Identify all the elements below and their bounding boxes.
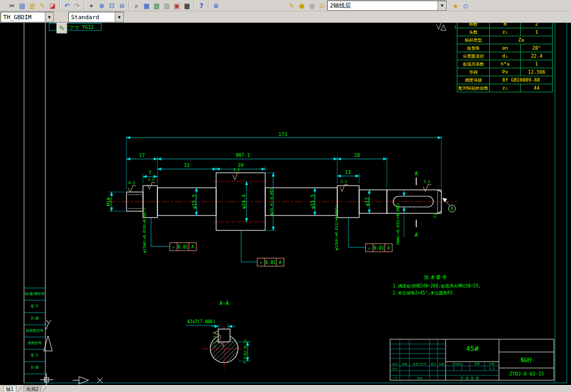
dim-m10: M10 [106,197,112,206]
format-painter-icon[interactable]: ✎ [38,1,47,10]
textstyle-selector[interactable]: Standard ▼ [68,12,124,22]
dimstyle-selector[interactable]: TH_GBDIM ▼ [1,12,54,22]
copy-icon[interactable]: ▤ [18,1,27,10]
param-row: 头数z₁1 [457,28,553,36]
keyway-depth-dim: 7.5(0/-0.1) [243,339,248,364]
gdt-texts: ↗ 0.01 A ↗ 0.01 A ↗ 0.01 A [172,245,390,265]
layer-selector-value: 2轴线层 [328,2,438,10]
section-datum-marks [416,25,456,227]
border-left-labels: 借(通)用件登记签 字日 期旧底图总号底图总号签 字日 期 [25,0,45,392]
layer-move-icon[interactable]: ◈ [451,1,460,10]
dim-dia12: φ12 [364,197,370,206]
tab-separator: ／ [42,386,47,392]
tb-header-sign: 签字 [430,362,438,365]
gdt-value: 0.01 [265,260,275,265]
sheet-icon[interactable]: ▧ [152,1,161,10]
color-circle-icon[interactable]: ● [297,1,306,10]
gdt-symbol: ↗ [260,260,263,265]
key-icon[interactable]: ⊙ [318,1,327,10]
zoom-realtime-icon[interactable]: ⊕ [97,1,106,10]
tb-stage-mark: 阶段标记 [446,362,470,365]
keyway-width-dim: 4Ja7(7.006) [187,319,216,324]
roughness-63: 6.3 [129,181,136,185]
zoom-window-icon[interactable]: ⊡ [107,1,116,10]
toolbar-separator [129,2,130,10]
param-table-body: 模数m2头数z₁1蜗杆类型Za齿形角αn20°分度圆直径d₁22.4齿顶高系数h… [457,20,553,92]
edit-style-button[interactable]: ✎ [57,23,67,34]
layers-stack-icon[interactable]: ≣ [211,1,220,10]
layer-manager-icon[interactable]: ▨ [162,1,171,10]
grid-icon[interactable]: ▩ [183,1,192,10]
undo-icon[interactable]: ↶ [62,1,72,10]
param-row: 齿形角αn20° [457,44,553,52]
tb-header-count: 处数 [400,362,409,365]
zoom-previous-icon[interactable]: ⊖ [117,1,126,10]
material-label: 45# [446,345,498,353]
tb-stage-mass: 质量 [470,362,484,365]
tech-requirement-line: 2.未注倒角2×45°,未注圆角R3. [393,290,455,296]
toolbar-separator [208,2,209,10]
dimension-texts: 173 17 987.1 28 31 29 7 13 M10 φ15.5 φ24… [56,25,470,364]
tb-header-docno: 更改文件号 [410,362,430,365]
find-text-icon[interactable]: ⌕ [132,1,141,10]
gdt-datum: A [192,245,194,250]
gdt-symbol: ↗ [172,245,175,250]
param-row: 分度圆直径d₁22.4 [457,52,553,60]
dim-dia294: φ29.4(-0.08) [269,188,274,215]
worm-parameter-table: 模数m2头数z₁1蜗杆类型Za齿形角αn20°分度圆直径d₁22.4齿顶高系数h… [457,20,553,92]
border-label: 签 字 [25,349,45,362]
layer-action-group: ◈ ◇ [451,1,470,11]
tb-row-check: 审核 [410,377,430,380]
tb-sheet-note: 共 张 第 张 [451,376,488,381]
datum-letter: A [451,206,454,211]
help-icon[interactable]: ? [197,1,206,10]
roughness-32: 3.2 [424,180,431,184]
main-toolbar: ✂ ▤ ▥ ✎ ◪ ↶ ↷ ⌖ ⊕ ⊡ ⊖ ⌕ ▦ ▧ ▨ ▣ ▩ ? ≣ ✎ … [0,0,571,11]
dim-13: 13 [345,170,351,175]
draw-pen-icon[interactable]: ✎ [287,1,296,10]
layer-selector[interactable]: 2轴线层 ▼ [327,1,447,11]
dim-31: 31 [184,163,190,168]
gdt-symbol: ↗ [368,246,371,251]
tb-row-process: 工艺 [391,377,400,380]
style-toolbar: TH_GBDIM ▼ ✎ Standard ▼ [0,11,571,23]
paste-icon[interactable]: ▥ [28,1,37,10]
dim-dia155: φ15.5 [192,194,197,209]
pan-icon[interactable]: ⌖ [87,1,96,10]
redo-icon[interactable]: ↷ [73,1,82,10]
param-row: 导程Px12.566 [457,68,553,76]
chevron-down-icon[interactable]: ▼ [115,12,123,22]
part-name: 蜗杆 [499,356,554,364]
roughness-32: 3.2 [233,168,240,172]
cut-icon[interactable]: ✂ [7,1,17,10]
toolbar-separator [194,2,195,10]
tab-model[interactable]: 轴1 [3,386,17,392]
dim-dia12k6: φ12k6(+0.012/+0.001) [335,205,339,250]
centerlines [108,181,458,370]
dim-17: 17 [139,153,145,158]
layer-settings-icon[interactable]: ◇ [461,1,470,10]
tab-layout2[interactable]: 布局2 [23,386,42,392]
gdt-leaders [151,218,366,262]
dim-dia12m6: φ12m6(+0.018/+0.007) [142,208,147,253]
chevron-down-icon[interactable]: ▼ [438,1,446,10]
tb-row-design: 设计 [391,367,400,370]
dim-29: 29 [238,163,244,168]
sphere-icon[interactable]: ◍ [307,1,316,10]
tech-requirement-line: 1.调质处理HB240~280,齿面淬火HRc50~55, [393,283,481,289]
table-icon[interactable]: ▦ [142,1,151,10]
section-letter-top: A [415,171,418,177]
annotation-icon[interactable]: ▣ [172,1,181,10]
erase-icon[interactable]: ◪ [48,1,57,10]
cad-application-window: { "toolbar": { "layer_combo": "2轴线层", "d… [0,0,571,392]
chevron-down-icon[interactable]: ▼ [45,12,53,22]
textstyle-value: Standard [69,14,115,21]
border-label: 借(通)用件登记 [25,288,45,300]
border-label: 签 字 [25,300,45,313]
roughness-32: 3.2 [148,178,155,182]
extension-lines [109,135,441,361]
dim-dia155b: φ15.5 [310,194,315,209]
layout-tab-bar: 轴1 ／ 布局2 ／ [0,385,571,392]
tab-separator: ／ [18,386,22,392]
gdt-datum: A [279,260,282,265]
